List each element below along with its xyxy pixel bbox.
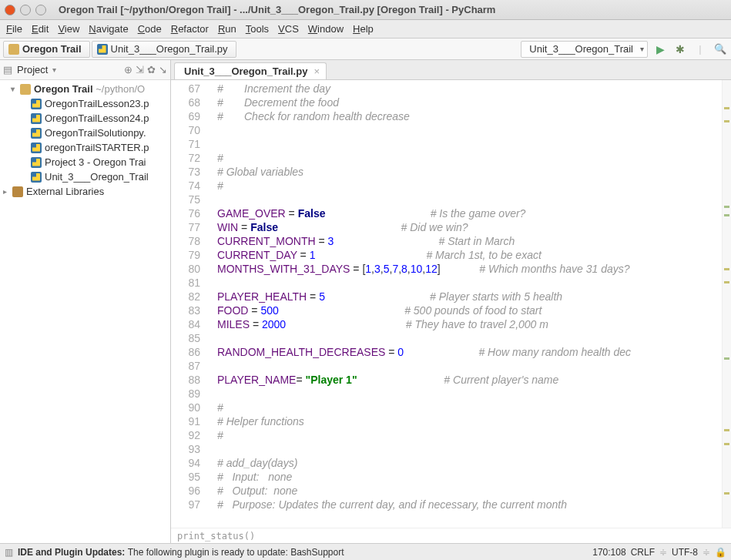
window-titlebar: Oregon Trail [~/python/Oregon Trail] - .…: [0, 0, 731, 20]
tree-root-name: Oregon Trail: [34, 83, 93, 95]
line-numbers: 6768697071727374757677787980818283848586…: [171, 80, 208, 528]
tree-file-label: OregonTrailSolutionpy.: [45, 127, 146, 139]
menu-window[interactable]: Window: [308, 23, 344, 35]
window-maximize-button[interactable]: [35, 5, 46, 15]
tree-external-libs-label: External Libraries: [26, 186, 104, 197]
tree-file[interactable]: oregonTrailSTARTER.p: [0, 140, 170, 155]
window-close-button[interactable]: [5, 5, 15, 15]
project-tool-icon: ▤: [3, 64, 12, 75]
search-icon[interactable]: 🔍: [713, 42, 728, 57]
editor-breadcrumb[interactable]: print_status(): [171, 528, 731, 543]
tree-file-label: Unit_3___Oregon_Trail: [45, 171, 149, 183]
menubar: FileEditViewNavigateCodeRefactorRunTools…: [0, 20, 731, 39]
menu-file[interactable]: File: [6, 23, 22, 35]
settings-gear-icon[interactable]: ✿: [147, 64, 156, 75]
window-title: Oregon Trail [~/python/Oregon Trail] - .…: [59, 4, 495, 15]
tree-file[interactable]: OregonTrailLesson23.p: [0, 96, 170, 111]
tree-file[interactable]: OregonTrailLesson24.p: [0, 111, 170, 126]
run-button[interactable]: ▶: [652, 42, 668, 57]
menu-run[interactable]: Run: [218, 23, 236, 35]
scroll-from-source-icon[interactable]: ⊕: [124, 64, 132, 75]
status-message-text: The following plugin is ready to update:…: [128, 547, 344, 558]
line-separator[interactable]: CRLF: [631, 547, 655, 558]
menu-help[interactable]: Help: [353, 23, 374, 35]
breadcrumb-file-label: Unit_3___Oregon_Trail.py: [111, 43, 228, 55]
menu-view[interactable]: View: [58, 23, 79, 35]
project-tool-header: ▤ Project ▾ ⊕ ⇲ ✿ ↘: [0, 60, 170, 80]
editor-tab[interactable]: Unit_3___Oregon_Trail.py ×: [174, 62, 327, 79]
menu-navigate[interactable]: Navigate: [89, 23, 128, 35]
toolbar-divider: |: [692, 42, 708, 57]
editor-tabbar: Unit_3___Oregon_Trail.py ×: [171, 60, 731, 80]
tree-file[interactable]: Project 3 - Oregon Trai: [0, 155, 170, 169]
project-tool-window: ▤ Project ▾ ⊕ ⇲ ✿ ↘ ▾ Oregon Trail ~/pyt…: [0, 60, 171, 543]
code-editor[interactable]: 6768697071727374757677787980818283848586…: [171, 80, 731, 528]
tree-root-path: ~/python/O: [96, 83, 145, 95]
menu-code[interactable]: Code: [138, 23, 162, 35]
breadcrumb-project-label: Oregon Trail: [22, 43, 82, 55]
navigation-bar: Oregon Trail Unit_3___Oregon_Trail.py Un…: [0, 39, 731, 60]
tree-file-label: oregonTrailSTARTER.p: [45, 142, 149, 153]
hide-tool-icon[interactable]: ↘: [159, 64, 167, 75]
overview-ruler[interactable]: [722, 80, 731, 528]
tree-file[interactable]: Unit_3___Oregon_Trail: [0, 169, 170, 184]
code-content[interactable]: # Increment the day# Decrement the food#…: [208, 80, 722, 528]
editor-tab-label: Unit_3___Oregon_Trail.py: [184, 65, 307, 77]
tree-file-label: OregonTrailLesson23.p: [45, 98, 149, 109]
tree-file-label: OregonTrailLesson24.p: [45, 112, 149, 124]
menu-refactor[interactable]: Refactor: [171, 23, 209, 35]
status-message-bold: IDE and Plugin Updates:: [18, 547, 128, 558]
tree-file-label: Project 3 - Oregon Trai: [45, 156, 146, 168]
menu-tools[interactable]: Tools: [246, 23, 269, 35]
project-tool-title: Project: [17, 64, 48, 75]
run-config-selector[interactable]: Unit_3___Oregon_Trail: [521, 41, 648, 58]
file-encoding[interactable]: UTF-8: [672, 547, 698, 558]
tree-root[interactable]: ▾ Oregon Trail ~/python/O: [0, 82, 170, 96]
breadcrumb-file[interactable]: Unit_3___Oregon_Trail.py: [92, 41, 236, 58]
menu-edit[interactable]: Edit: [32, 23, 49, 35]
status-bar: ▥ IDE and Plugin Updates: The following …: [0, 543, 731, 560]
caret-position[interactable]: 170:108: [592, 547, 625, 558]
tree-external-libs[interactable]: ▸ External Libraries: [0, 184, 170, 199]
debug-button[interactable]: ✱: [672, 42, 688, 57]
close-tab-icon[interactable]: ×: [314, 65, 320, 77]
collapse-all-icon[interactable]: ⇲: [136, 64, 144, 75]
run-config-name: Unit_3___Oregon_Trail: [529, 43, 633, 55]
menu-vcs[interactable]: VCS: [278, 23, 299, 35]
tree-file[interactable]: OregonTrailSolutionpy.: [0, 126, 170, 140]
project-tree[interactable]: ▾ Oregon Trail ~/python/O OregonTrailLes…: [0, 80, 170, 200]
lock-icon[interactable]: 🔒: [715, 547, 726, 558]
status-divider-icon[interactable]: ▥: [5, 547, 13, 558]
status-message[interactable]: IDE and Plugin Updates: The following pl…: [18, 547, 344, 558]
window-minimize-button[interactable]: [20, 5, 31, 15]
breadcrumb-project[interactable]: Oregon Trail: [3, 41, 90, 58]
editor-area: Unit_3___Oregon_Trail.py × 6768697071727…: [171, 60, 731, 543]
